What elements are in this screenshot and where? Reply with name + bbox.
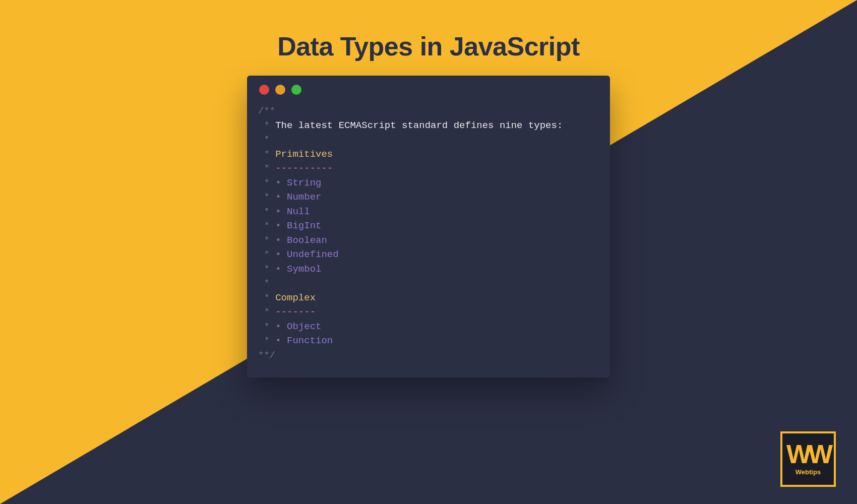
code-block: /** * The latest ECMAScript standard def…: [258, 104, 599, 362]
divider: -------: [275, 306, 316, 318]
section-complex: Complex: [275, 292, 316, 303]
comment-star: *: [258, 192, 275, 203]
bullet: •: [275, 335, 287, 346]
comment-star: *: [258, 235, 275, 246]
comment-star: *: [258, 249, 275, 260]
type-item: Object: [287, 321, 321, 332]
comment-star: *: [258, 163, 275, 174]
divider: ----------: [275, 163, 333, 174]
comment-star: *: [258, 264, 275, 275]
bullet: •: [275, 321, 287, 332]
comment-star: *: [258, 149, 275, 160]
comment-star: *: [258, 120, 275, 131]
maximize-icon: [291, 85, 301, 95]
comment-star: *: [258, 134, 270, 145]
minimize-icon: [275, 85, 285, 95]
type-item: Null: [287, 206, 310, 217]
comment-star: *: [258, 335, 275, 346]
comment-star: *: [258, 206, 275, 217]
bullet: •: [275, 177, 287, 188]
comment-close: **/: [258, 350, 275, 361]
comment-intro: The latest ECMAScript standard defines n…: [275, 120, 563, 131]
bullet: •: [275, 264, 287, 275]
logo-text: Webtips: [795, 468, 821, 476]
type-item: Number: [287, 192, 321, 203]
bullet: •: [275, 249, 287, 260]
bullet: •: [275, 206, 287, 217]
bullet: •: [275, 192, 287, 203]
type-item: Boolean: [287, 235, 327, 246]
logo-mark: WW: [786, 443, 830, 466]
comment-star: *: [258, 321, 275, 332]
type-item: BigInt: [287, 220, 321, 231]
page-title: Data Types in JavaScript: [277, 31, 580, 61]
code-window: /** * The latest ECMAScript standard def…: [247, 76, 610, 377]
comment-open: /**: [258, 105, 275, 116]
window-traffic-lights: [258, 85, 599, 95]
logo: WW Webtips: [780, 431, 836, 487]
comment-star: *: [258, 292, 275, 303]
type-item: Function: [287, 335, 333, 346]
bullet: •: [275, 220, 287, 231]
bullet: •: [275, 235, 287, 246]
close-icon: [259, 85, 269, 95]
comment-star: *: [258, 306, 275, 318]
type-item: Symbol: [287, 264, 321, 275]
comment-star: *: [258, 220, 275, 231]
comment-star: *: [258, 177, 275, 188]
comment-star: *: [258, 278, 270, 289]
type-item: String: [287, 177, 321, 188]
section-primitives: Primitives: [275, 149, 333, 160]
type-item: Undefined: [287, 249, 339, 260]
